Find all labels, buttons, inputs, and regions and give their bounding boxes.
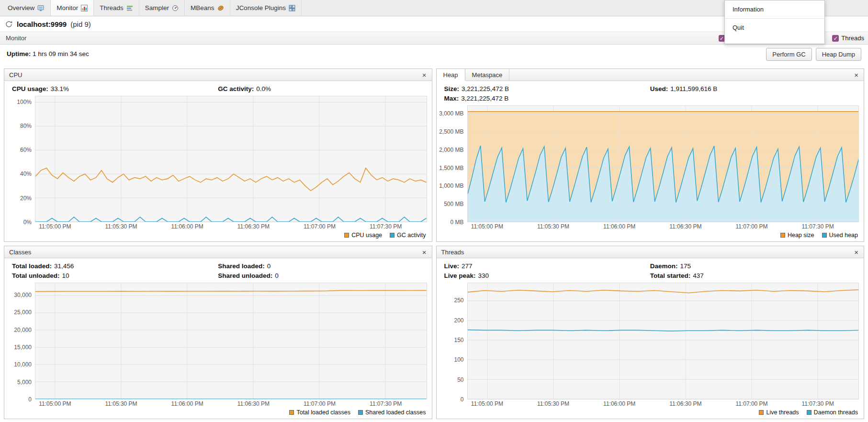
total-loaded-swatch bbox=[289, 410, 294, 415]
tab-heap[interactable]: Heap bbox=[437, 69, 465, 81]
gc-activity-swatch bbox=[390, 233, 395, 238]
close-icon[interactable]: × bbox=[853, 71, 860, 79]
classes-plot-area bbox=[35, 283, 427, 399]
menu-separator bbox=[725, 18, 824, 19]
threads-legend: Live threads Daemon threads bbox=[439, 408, 859, 417]
heap-panel-header: Heap Metaspace × bbox=[437, 69, 864, 81]
heap-dump-button[interactable]: Heap Dump bbox=[816, 48, 861, 61]
tab-jconsole-plugins[interactable]: JConsole Plugins bbox=[230, 0, 302, 16]
tab-metaspace[interactable]: Metaspace bbox=[465, 69, 510, 80]
monitor-section-title: Monitor bbox=[6, 34, 26, 42]
classes-panel-title: Classes bbox=[4, 246, 31, 258]
heap-stats: Size:3,221,225,472 B Used:1,911,599,616 … bbox=[437, 81, 864, 103]
charts-grid: CPU × CPU usage:33.1% GC activity:0.0% 0… bbox=[4, 68, 864, 419]
tab-overview[interactable]: Overview bbox=[2, 0, 51, 16]
cpu-legend: CPU usage GC activity bbox=[6, 230, 427, 240]
threads-x-axis: 11:05:00 PM11:05:30 PM11:06:00 PM11:06:3… bbox=[468, 399, 859, 408]
tab-jconsole-plugins-label: JConsole Plugins bbox=[236, 4, 286, 11]
cpu-panel: CPU × CPU usage:33.1% GC activity:0.0% 0… bbox=[4, 68, 432, 242]
close-icon[interactable]: × bbox=[421, 249, 428, 256]
threads-y-axis: 050100150200250 bbox=[439, 283, 467, 399]
uptime-row: Uptime: 1 hrs 09 min 34 sec Perform GC H… bbox=[0, 44, 868, 65]
uptime-text: Uptime: 1 hrs 09 min 34 sec bbox=[7, 50, 89, 57]
threads-checkbox[interactable]: ✓ Threads bbox=[832, 34, 864, 42]
tab-monitor-label: Monitor bbox=[56, 4, 78, 11]
uptime-value: 1 hrs 09 min 34 sec bbox=[33, 50, 89, 57]
close-icon[interactable]: × bbox=[853, 249, 860, 256]
threads-icon bbox=[126, 5, 133, 11]
tab-monitor[interactable]: Monitor bbox=[51, 0, 94, 16]
heap-panel: Heap Metaspace × Size:3,221,225,472 B Us… bbox=[436, 68, 865, 242]
threads-panel-title: Threads bbox=[437, 246, 464, 258]
classes-stats: Total loaded:31,456 Shared loaded:0 Tota… bbox=[4, 258, 432, 281]
cpu-usage-swatch bbox=[344, 233, 349, 238]
heap-size-swatch bbox=[780, 233, 785, 238]
heap-x-axis: 11:05:00 PM11:05:30 PM11:06:00 PM11:06:3… bbox=[468, 222, 859, 230]
menu-item-quit[interactable]: Quit bbox=[725, 22, 824, 34]
threads-panel-header: Threads × bbox=[437, 246, 864, 258]
live-threads-swatch bbox=[759, 410, 764, 415]
checkbox-check-icon: ✓ bbox=[832, 35, 839, 42]
heap-chart: 0 MB500 MB1,000 MB1,500 MB2,000 MB2,500 … bbox=[437, 103, 864, 241]
classes-legend: Total loaded classes Shared loaded class… bbox=[6, 408, 427, 417]
threads-stats: Live:277 Daemon:175 Live peak:330 Total … bbox=[437, 258, 864, 281]
tab-sampler-label: Sampler bbox=[145, 4, 169, 11]
overview-icon bbox=[37, 5, 45, 11]
host-pid: (pid 9) bbox=[70, 20, 91, 28]
cpu-panel-header: CPU × bbox=[4, 69, 432, 81]
shared-loaded-swatch bbox=[358, 410, 363, 415]
application-icon bbox=[5, 20, 13, 28]
action-buttons: Perform GC Heap Dump bbox=[766, 48, 861, 61]
heap-plot-area bbox=[467, 105, 859, 222]
cpu-y-axis: 0%20%40%60%80%100% bbox=[6, 96, 35, 222]
sampler-icon bbox=[172, 5, 179, 11]
close-icon[interactable]: × bbox=[421, 71, 428, 79]
tab-mbeans-label: MBeans bbox=[191, 4, 214, 11]
classes-panel-header: Classes × bbox=[4, 246, 432, 258]
mbeans-bean-icon bbox=[217, 5, 224, 11]
used-heap-swatch bbox=[822, 233, 827, 238]
threads-panel: Threads × Live:277 Daemon:175 Live peak:… bbox=[436, 246, 865, 419]
cpu-chart: 0%20%40%60%80%100% 11:05:00 PM11:05:30 P… bbox=[4, 94, 432, 241]
menu-item-information[interactable]: Information bbox=[725, 3, 824, 15]
uptime-label: Uptime: bbox=[7, 50, 31, 57]
daemon-threads-swatch bbox=[807, 410, 812, 415]
threads-plot-area bbox=[467, 283, 859, 399]
tab-overview-label: Overview bbox=[8, 4, 34, 11]
classes-x-axis: 11:05:00 PM11:05:30 PM11:06:00 PM11:06:3… bbox=[35, 399, 427, 408]
host-name: localhost:9999 bbox=[17, 20, 67, 28]
plugin-icon bbox=[289, 5, 295, 11]
tab-threads[interactable]: Threads bbox=[94, 0, 139, 16]
classes-y-axis: 05,00010,00015,00020,00025,00030,000 bbox=[6, 283, 35, 399]
heap-y-axis: 0 MB500 MB1,000 MB1,500 MB2,000 MB2,500 … bbox=[439, 105, 467, 222]
tab-sampler[interactable]: Sampler bbox=[139, 0, 185, 16]
cpu-x-axis: 11:05:00 PM11:05:30 PM11:06:00 PM11:06:3… bbox=[35, 222, 427, 230]
perform-gc-button[interactable]: Perform GC bbox=[766, 48, 812, 61]
classes-chart: 05,00010,00015,00020,00025,00030,000 11:… bbox=[4, 281, 432, 419]
cpu-stats: CPU usage:33.1% GC activity:0.0% bbox=[4, 81, 432, 94]
threads-chart: 050100150200250 11:05:00 PM11:05:30 PM11… bbox=[437, 281, 864, 419]
classes-panel: Classes × Total loaded:31,456 Shared loa… bbox=[4, 246, 432, 419]
heap-legend: Heap size Used heap bbox=[439, 230, 859, 240]
cpu-plot-area bbox=[35, 96, 427, 222]
tab-threads-label: Threads bbox=[100, 4, 124, 11]
monitor-chart-icon bbox=[81, 5, 88, 11]
cpu-panel-title: CPU bbox=[4, 69, 22, 80]
tab-mbeans[interactable]: MBeans bbox=[185, 0, 230, 16]
context-menu: Information Quit bbox=[724, 0, 825, 44]
